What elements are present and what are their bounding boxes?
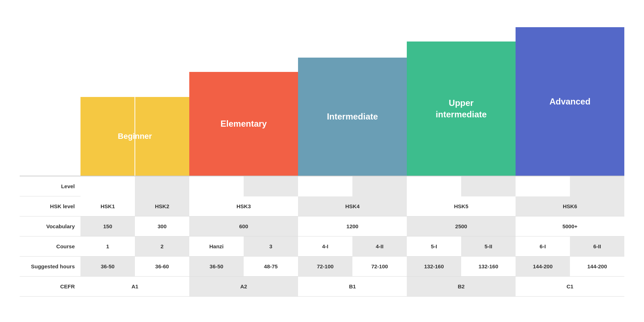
row-hsk-cell-0: HSK1 (80, 196, 135, 216)
level-cell-4 (298, 176, 352, 196)
row-hours-cell-4: 72-100 (298, 257, 352, 276)
label-course: Course (20, 236, 80, 257)
row-course-cell-4: 4-I (298, 236, 352, 256)
row-hours-cell-3: 48-75 (244, 257, 298, 276)
row-vocabulary-cell-3: 1200 (298, 216, 407, 236)
chart-container: BeginnerElementaryIntermediateUpperinter… (9, 18, 635, 304)
bar-beginner-1 (135, 97, 189, 176)
label-cefr: CEFR (20, 277, 80, 297)
row-vocabulary-cell-2: 600 (189, 216, 298, 236)
level-cell-5 (352, 176, 407, 196)
table-section: Level HSK level Vocabulary Course Sugges… (20, 176, 624, 297)
bar-advanced: Advanced (516, 27, 624, 176)
row-level (80, 176, 624, 196)
row-hsk-cell-5: HSK6 (516, 196, 624, 216)
row-course-cell-8: 6-I (516, 236, 570, 256)
level-cell-3 (244, 176, 298, 196)
label-hours: Suggested hours (20, 257, 80, 277)
row-course-cell-1: 2 (135, 236, 189, 256)
row-vocabulary-cell-4: 2500 (407, 216, 516, 236)
bar-elementary: Elementary (189, 72, 298, 176)
bar-upper-intermediate: Upperintermediate (407, 42, 516, 176)
label-vocabulary: Vocabulary (20, 216, 80, 236)
row-hsk: HSK1HSK2HSK3HSK4HSK5HSK6 (80, 196, 624, 216)
bar-intermediate: Intermediate (298, 58, 407, 176)
level-cell-8 (516, 176, 570, 196)
row-course: 12Hanzi34-I4-II5-I5-II6-I6-II (80, 236, 624, 257)
bar-group-beginner: Beginner (80, 97, 189, 176)
row-course-cell-7: 5-II (461, 236, 516, 256)
row-course-cell-2: Hanzi (189, 236, 244, 256)
row-hours: 36-5036-6036-5048-7572-10072-100132-1601… (80, 257, 624, 277)
row-labels: Level HSK level Vocabulary Course Sugges… (20, 176, 80, 297)
row-hours-cell-2: 36-50 (189, 257, 244, 276)
row-course-cell-6: 5-I (407, 236, 461, 256)
row-cefr-cell-4: C1 (516, 277, 624, 296)
row-cefr-cell-3: B2 (407, 277, 516, 296)
level-cell-2 (189, 176, 244, 196)
row-vocabulary: 150300600120025005000+ (80, 216, 624, 236)
bar-group-upper-intermediate: Upperintermediate (407, 42, 516, 176)
row-cefr: A1A2B1B2C1 (80, 277, 624, 297)
row-course-cell-9: 6-II (570, 236, 624, 256)
row-course-cell-0: 1 (80, 236, 135, 256)
row-hours-cell-6: 132-160 (407, 257, 461, 276)
bar-group-intermediate: Intermediate (298, 58, 407, 176)
row-hours-cell-1: 36-60 (135, 257, 189, 276)
level-cell-6 (407, 176, 461, 196)
row-cefr-cell-2: B1 (298, 277, 407, 296)
bar-beginner-0 (80, 97, 135, 176)
row-hsk-cell-2: HSK3 (189, 196, 298, 216)
label-hsk: HSK level (20, 196, 80, 216)
level-cell-0 (80, 176, 135, 196)
row-vocabulary-cell-5: 5000+ (516, 216, 624, 236)
row-hours-cell-8: 144-200 (516, 257, 570, 276)
level-cell-7 (461, 176, 516, 196)
row-hours-cell-5: 72-100 (352, 257, 407, 276)
level-cell-9 (570, 176, 624, 196)
row-hsk-cell-4: HSK5 (407, 196, 516, 216)
row-hours-cell-7: 132-160 (461, 257, 516, 276)
row-cefr-cell-0: A1 (80, 277, 189, 296)
level-cell-1 (135, 176, 189, 196)
row-cefr-cell-1: A2 (189, 277, 298, 296)
bars-row: BeginnerElementaryIntermediateUpperinter… (80, 25, 624, 176)
row-vocabulary-cell-0: 150 (80, 216, 135, 236)
row-hours-cell-0: 36-50 (80, 257, 135, 276)
label-level: Level (20, 176, 80, 196)
row-vocabulary-cell-1: 300 (135, 216, 189, 236)
row-hsk-cell-1: HSK2 (135, 196, 189, 216)
bar-group-elementary: Elementary (189, 72, 298, 176)
bar-group-advanced: Advanced (516, 27, 624, 176)
row-course-cell-3: 3 (244, 236, 298, 256)
row-hours-cell-9: 144-200 (570, 257, 624, 276)
data-columns: HSK1HSK2HSK3HSK4HSK5HSK61503006001200250… (80, 176, 624, 297)
row-hsk-cell-3: HSK4 (298, 196, 407, 216)
row-course-cell-5: 4-II (352, 236, 407, 256)
